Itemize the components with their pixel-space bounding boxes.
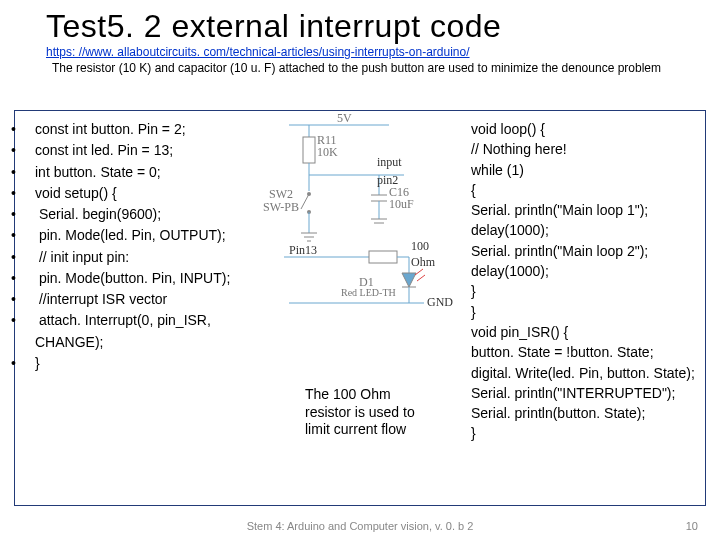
code-line: attach. Interrupt(0, pin_ISR, CHANGE); xyxy=(35,312,211,349)
code-line: Serial. println(button. State); xyxy=(471,403,699,423)
code-line: void loop() { xyxy=(471,119,699,139)
code-line: void pin_ISR() { xyxy=(471,322,699,342)
code-line: Serial. begin(9600); xyxy=(35,206,161,222)
label-100: 100 xyxy=(411,239,429,254)
subheading: The resistor (10 K) and capacitor (10 u.… xyxy=(0,59,720,76)
label-gnd: GND xyxy=(427,295,453,310)
label-d1n: Red LED-TH xyxy=(341,287,396,298)
code-line: //interrupt ISR vector xyxy=(35,291,167,307)
label-pin13: Pin13 xyxy=(289,243,317,258)
code-line: // Nothing here! xyxy=(471,139,699,159)
code-line: } xyxy=(471,302,699,322)
code-line: delay(1000); xyxy=(471,220,699,240)
code-line: button. State = !button. State; xyxy=(471,342,699,362)
code-line: const int button. Pin = 2; xyxy=(35,121,186,137)
code-line: } xyxy=(35,355,40,371)
code-line: } xyxy=(471,423,699,443)
code-line: pin. Mode(button. Pin, INPUT); xyxy=(35,270,230,286)
content-box: •const int button. Pin = 2; •const int l… xyxy=(14,110,706,506)
source-link[interactable]: https: //www. allaboutcircuits. com/tech… xyxy=(0,45,720,59)
resistor-note: The 100 Ohm resistor is used to limit cu… xyxy=(305,386,425,439)
code-line: while (1) xyxy=(471,160,699,180)
page-number: 10 xyxy=(686,520,698,532)
code-line: Serial. println("Main loop 1"); xyxy=(471,200,699,220)
code-line: } xyxy=(471,281,699,301)
svg-rect-2 xyxy=(303,137,315,163)
svg-line-26 xyxy=(417,275,425,281)
label-swn: SW-PB xyxy=(263,200,299,215)
footer-text: Stem 4: Arduino and Computer vision, v. … xyxy=(0,520,720,532)
label-ohm: Ohm xyxy=(411,255,435,270)
code-right-column: void loop() { // Nothing here! while (1)… xyxy=(471,119,699,444)
label-c16v: 10uF xyxy=(389,197,414,212)
slide-title: Test5. 2 external interrupt code xyxy=(0,0,720,45)
code-left-column: •const int button. Pin = 2; •const int l… xyxy=(19,119,259,374)
code-line: delay(1000); xyxy=(471,261,699,281)
code-line: pin. Mode(led. Pin, OUTPUT); xyxy=(35,227,226,243)
code-line: { xyxy=(471,180,699,200)
code-line: Serial. println("INTERRUPTED"); xyxy=(471,383,699,403)
code-line: void setup() { xyxy=(35,185,117,201)
label-5v: 5V xyxy=(337,111,352,126)
label-r11v: 10K xyxy=(317,145,338,160)
code-line: digital. Write(led. Pin, button. State); xyxy=(471,363,699,383)
svg-line-7 xyxy=(301,194,309,209)
svg-marker-23 xyxy=(402,273,416,287)
svg-rect-20 xyxy=(369,251,397,263)
code-line: Serial. println("Main loop 2"); xyxy=(471,241,699,261)
label-input: input xyxy=(377,155,402,170)
code-line: const int led. Pin = 13; xyxy=(35,142,173,158)
code-line: // init input pin: xyxy=(35,249,129,265)
code-line: int button. State = 0; xyxy=(35,164,161,180)
circuit-diagram: 5V R11 10K SW2 SW-PB input pin2 C16 10uF… xyxy=(259,115,454,325)
